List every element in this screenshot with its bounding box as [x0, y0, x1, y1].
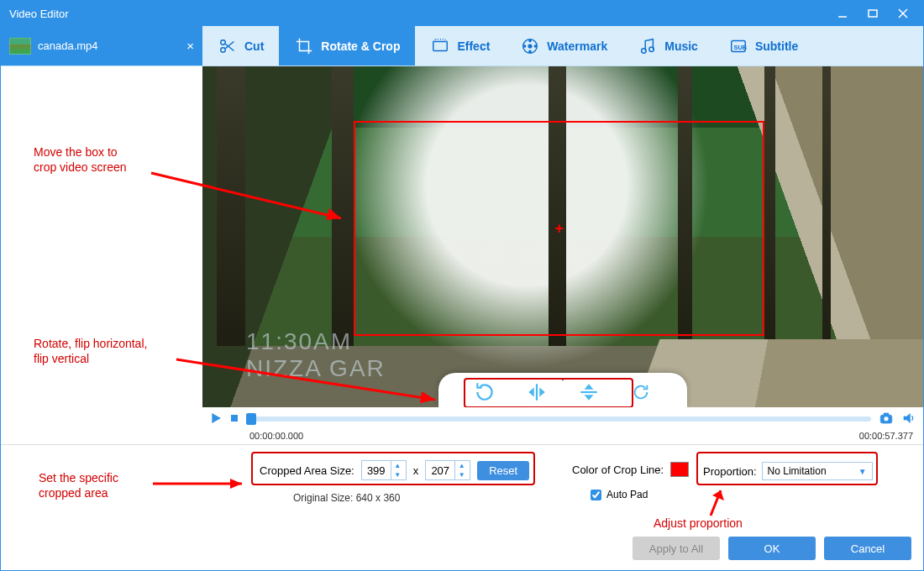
sidebar	[1, 66, 202, 444]
flip-horizontal-button[interactable]	[516, 378, 558, 406]
cancel-button[interactable]: Cancel	[824, 537, 911, 560]
svg-rect-8	[433, 41, 448, 50]
video-overlay-text: 11:30AM NIZZA GAR	[246, 328, 386, 382]
svg-point-5	[221, 47, 226, 52]
rotate-button[interactable]	[464, 378, 506, 406]
music-icon	[638, 36, 658, 56]
crop-line-color-swatch[interactable]	[670, 462, 689, 477]
proportion-select[interactable]: No Limitation ▼	[762, 462, 873, 480]
height-step-down[interactable]: ▼	[455, 470, 468, 479]
svg-point-14	[535, 45, 537, 46]
reset-button[interactable]: Reset	[477, 461, 529, 480]
tab-watermark[interactable]: Watermark	[505, 26, 622, 65]
play-button[interactable]	[209, 411, 223, 427]
subtitle-icon: SUB	[728, 36, 748, 56]
crop-width-input[interactable]: ▲▼	[361, 460, 407, 480]
tab-subtitle-label: Subtitle	[755, 39, 798, 53]
effect-icon	[430, 36, 450, 56]
tab-effect[interactable]: Effect	[415, 26, 505, 65]
svg-text:SUB: SUB	[733, 43, 746, 50]
snapshot-button[interactable]	[878, 411, 895, 427]
file-thumbnail	[9, 38, 31, 55]
tab-effect-label: Effect	[457, 39, 490, 53]
titlebar: Video Editor	[1, 1, 923, 26]
width-step-up[interactable]: ▲	[391, 461, 404, 470]
close-file-icon[interactable]: ×	[186, 39, 194, 53]
svg-point-10	[529, 45, 533, 48]
minimize-button[interactable]	[827, 1, 858, 26]
svg-marker-25	[212, 413, 221, 423]
overlay-line2: NIZZA GAR	[246, 355, 386, 382]
timeline-track[interactable]	[246, 416, 871, 422]
scissors-icon	[218, 36, 238, 56]
tab-subtitle[interactable]: SUB Subtitle	[713, 26, 813, 65]
autopad-checkbox[interactable]	[591, 490, 601, 500]
maximize-button[interactable]	[858, 1, 888, 26]
proportion-label: Proportion:	[703, 465, 757, 478]
original-size-label: Original Size: 640 x 360	[293, 492, 400, 504]
crop-box[interactable]: +	[354, 121, 764, 336]
time-start: 00:00:00.000	[249, 431, 303, 441]
toolbar: canada.mp4 × Cut Rotate & Crop Effect	[1, 26, 923, 66]
height-step-up[interactable]: ▲	[455, 461, 468, 470]
window-title: Video Editor	[9, 8, 69, 20]
close-button[interactable]	[888, 1, 918, 26]
svg-marker-21	[539, 388, 545, 397]
time-end: 00:00:57.377	[859, 431, 913, 441]
tab-cut-label: Cut	[244, 39, 264, 53]
file-tab[interactable]: canada.mp4 ×	[1, 26, 202, 65]
tab-watermark-label: Watermark	[547, 39, 607, 53]
svg-point-13	[524, 45, 526, 46]
crop-height-field[interactable]	[426, 464, 454, 477]
svg-point-11	[529, 39, 531, 41]
svg-point-28	[884, 416, 889, 422]
svg-rect-1	[869, 10, 877, 17]
ok-button[interactable]: OK	[728, 537, 816, 560]
transform-dock: ⌄	[438, 373, 687, 407]
x-separator: x	[413, 464, 419, 477]
tab-music-label: Music	[664, 39, 698, 53]
chevron-down-icon: ▼	[858, 467, 867, 476]
svg-marker-23	[585, 384, 594, 390]
cropped-size-label: Cropped Area Size:	[260, 464, 354, 477]
apply-to-all-button[interactable]: Apply to All	[633, 537, 720, 560]
svg-marker-24	[585, 395, 594, 401]
flip-vertical-button[interactable]	[568, 378, 610, 406]
tab-rotate-crop-label: Rotate & Crop	[321, 39, 400, 53]
svg-marker-30	[904, 414, 910, 423]
svg-marker-20	[528, 388, 534, 397]
svg-rect-29	[884, 413, 889, 416]
bottom-panel: Cropped Area Size: ▲▼ x ▲▼ Reset Origina…	[1, 444, 923, 570]
crop-line-color-label: Color of Crop Line:	[572, 464, 664, 476]
width-step-down[interactable]: ▼	[391, 470, 404, 479]
crop-height-input[interactable]: ▲▼	[425, 460, 470, 480]
autopad-label: Auto Pad	[606, 489, 648, 500]
crop-icon	[294, 36, 314, 56]
timeline-knob[interactable]	[246, 413, 256, 425]
dock-collapse-icon[interactable]: ⌄	[559, 371, 567, 383]
volume-button[interactable]	[901, 411, 916, 427]
svg-point-4	[221, 39, 226, 45]
crop-center-icon: +	[554, 219, 564, 237]
watermark-icon	[520, 36, 540, 56]
video-preview[interactable]: 11:30AM NIZZA GAR + ⌄	[202, 66, 923, 407]
stop-button[interactable]	[229, 413, 239, 425]
reset-transform-button[interactable]	[620, 378, 662, 406]
svg-rect-26	[231, 415, 238, 422]
tab-cut[interactable]: Cut	[202, 26, 279, 65]
file-name: canada.mp4	[38, 39, 98, 52]
tab-music[interactable]: Music	[622, 26, 713, 65]
tab-rotate-crop[interactable]: Rotate & Crop	[279, 26, 415, 65]
timeline	[202, 407, 923, 431]
svg-point-12	[529, 50, 531, 52]
crop-width-field[interactable]	[362, 464, 391, 477]
proportion-value: No Limitation	[768, 465, 827, 477]
